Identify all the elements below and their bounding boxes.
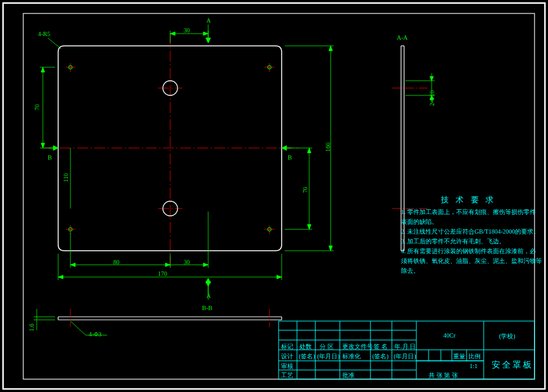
sec-aa: A-A [397, 34, 408, 41]
dim-70a: 70 [34, 105, 40, 111]
tb-r1c0: 审核 [281, 362, 293, 371]
tb-h2: 分 区 [320, 342, 334, 351]
req-4b: 须将铁锈、氧化皮、油脂、灰尘、泥土、盐和污物等 [401, 257, 542, 265]
dim-80: 80 [113, 259, 119, 265]
tb-h1: 处数 [299, 342, 312, 351]
req-4a: 4. 所有需要进行涂装的钢铁制件表面在涂漆前，必 [401, 247, 536, 256]
tb-r0c5: (年月日) [394, 352, 416, 361]
tb-r0c2: (年月日) [317, 352, 340, 361]
tb-r0c4: (签名) [372, 352, 389, 361]
tb-h4: 签 名 [373, 342, 388, 351]
tb-h5: 年.月.日 [394, 342, 416, 351]
req-1a: 1. 零件加工表面上，不应有划痕、擦伤等损伤零件 [401, 208, 536, 216]
req-3: 3. 加工后的零件不允许有毛刺、飞边。 [401, 237, 505, 246]
tb-r2c3: 批准 [342, 371, 355, 380]
dim-30r: 30 [184, 259, 190, 265]
tb-scale-lbl: 比例 [468, 352, 481, 361]
req-title: 技 术 要 求 [441, 194, 496, 205]
dim-2phi10: 2-Φ10 [429, 91, 435, 106]
sec-bb: B-B [202, 305, 212, 311]
tb-partname: 安全罩板 [492, 360, 533, 371]
tb-r0c0: 设计 [281, 352, 293, 361]
dim-160: 160 [325, 142, 331, 152]
tb-school: (学校) [499, 332, 516, 341]
dim-170: 170 [158, 270, 167, 277]
req-2: 2. 未注线性尺寸公差应符合GB/T1804-2000的要求。 [401, 227, 539, 236]
dim-70b: 70 [302, 187, 309, 193]
sec-a-bot: A [206, 292, 211, 299]
tb-stage: 共 张 第 张 [429, 371, 458, 380]
tb-mass-lbl: 重量 [453, 352, 465, 361]
tb-scale: 1:1 [470, 363, 478, 369]
tb-r0c3: 标准化 [342, 352, 361, 361]
tb-h3: 更改文件号 [342, 342, 373, 351]
svg-line-41 [48, 38, 61, 49]
svg-line-65 [70, 321, 86, 335]
dim-30t: 30 [184, 27, 190, 34]
tb-h0: 标记 [281, 342, 293, 351]
tb-material: 40Cr [443, 332, 456, 339]
corner-r: 4-R5 [38, 31, 50, 37]
dim-110: 110 [62, 173, 69, 182]
tb-r2c0: 工艺 [281, 371, 293, 380]
req-1b: 表面的缺陷。 [401, 218, 438, 226]
sec-a-top: A [206, 17, 211, 24]
req-4c: 除去。 [401, 267, 419, 275]
dim-4phi3: 4-Φ3 [89, 331, 102, 338]
dim-1.6: 1.6 [28, 324, 35, 331]
sec-b-l: B [48, 154, 52, 161]
tb-r0c1: (签名) [299, 352, 315, 361]
sec-b-r: B [288, 154, 292, 161]
